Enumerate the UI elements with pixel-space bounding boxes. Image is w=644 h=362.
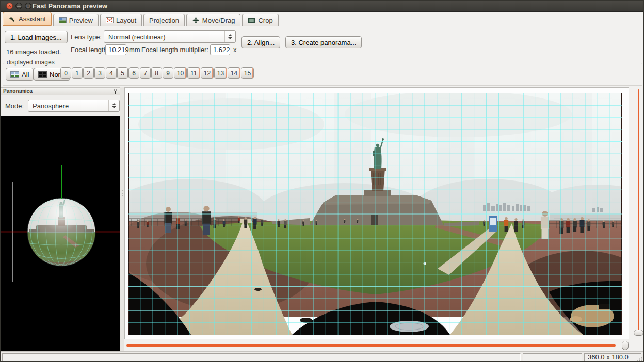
image-toggle-button[interactable]: 4 [106,67,117,79]
image-toggle-button[interactable]: 8 [151,67,162,79]
image-toggle-button[interactable]: 13 [214,67,227,79]
tab-assistant[interactable]: Assistant [3,12,52,26]
vertical-fov-slider[interactable] [631,87,644,339]
tab-label: Projection [149,17,179,24]
tab-bar: Assistant Preview Layout Projection Move… [1,12,643,26]
focal-length-unit: mm [129,46,140,54]
tab-label: Move/Drag [202,17,235,24]
displayed-images-label: displayed images [5,59,57,66]
lens-type-select[interactable]: Normal (rectilinear) [104,30,236,43]
spinner-arrows-icon [108,100,119,111]
horizontal-fov-slider[interactable] [124,340,629,351]
lens-type-value: Normal (rectilinear) [108,33,166,41]
move-drag-icon [192,17,200,24]
titlebar: ✕ — ▢ Fast Panorama preview [1,1,643,12]
focal-multiplier-unit: x [233,46,237,54]
panosphere-panel: Panoramica Mode: Panosphere [1,87,120,351]
all-images-icon [10,71,19,78]
mode-select[interactable]: Panosphere [28,100,120,112]
spinner-arrows-icon [224,31,235,42]
image-toggle-button[interactable]: 9 [163,67,173,79]
tab-move-drag[interactable]: Move/Drag [186,14,241,26]
status-bar: 360.0 x 180.0 [1,351,643,362]
panorama-canvas[interactable] [124,87,629,339]
panel-splitter[interactable] [120,87,124,351]
pin-icon[interactable] [113,89,118,95]
image-toggle-button[interactable]: 15 [241,67,254,79]
window-title: Fast Panorama preview [33,2,107,10]
align-button[interactable]: 2. Align... [242,36,280,48]
image-toggle-button[interactable]: 3 [94,67,105,79]
mode-row: Mode: Panosphere [1,95,120,116]
show-all-button[interactable]: All [6,68,34,81]
image-toggle-button[interactable]: 6 [128,67,139,79]
focal-multiplier-field[interactable]: 1.622 [210,44,230,55]
tab-preview[interactable]: Preview [53,14,99,26]
tab-label: Assistant [19,15,46,23]
tab-label: Preview [69,17,93,24]
status-message-field [2,353,521,361]
close-icon[interactable]: ✕ [6,3,13,9]
mode-value: Panosphere [33,102,69,110]
mode-label: Mode: [5,102,24,110]
horizontal-slider-track[interactable] [126,344,616,347]
minimize-icon[interactable]: — [15,3,22,9]
load-images-button[interactable]: 1. Load images... [5,31,68,43]
tab-layout[interactable]: Layout [100,14,142,26]
image-toggle-button[interactable]: 5 [117,67,128,79]
image-toggle-button[interactable]: 2 [83,67,94,79]
panorama-preview-image [128,93,622,335]
image-toggle-buttons: 0123456789101112131415 [60,67,254,79]
image-toggle-button[interactable]: 7 [140,67,151,79]
focal-length-field[interactable]: 10.219 [105,44,126,55]
maximize-icon[interactable]: ▢ [25,3,31,9]
projection-grid [128,93,622,335]
horizontal-slider-handle[interactable] [622,341,629,350]
image-toggle-button[interactable]: 1 [72,67,83,79]
images-loaded-text: 16 images loaded. [6,48,61,56]
image-toggle-button[interactable]: 12 [201,67,214,79]
assistant-wand-icon [8,15,16,23]
app-window: ✕ — ▢ Fast Panorama preview Assistant Pr… [0,0,644,362]
lens-type-label: Lens type: [71,33,102,41]
all-button-label: All [22,71,29,78]
focal-multiplier-label: Focal length multiplier: [141,46,208,54]
vertical-slider-handle[interactable] [634,330,643,336]
panel-title: Panoramica [3,88,33,94]
image-toggle-button[interactable]: 10 [174,67,187,79]
layout-icon [106,17,114,24]
panosphere-view[interactable] [1,116,120,351]
crop-icon [248,17,255,24]
create-panorama-button[interactable]: 3. Create panorama... [285,36,362,48]
no-images-icon [38,71,47,78]
tab-label: Layout [116,17,136,24]
image-toggle-button[interactable]: 11 [187,67,200,79]
image-toggle-button[interactable]: 0 [60,67,71,79]
tab-projection[interactable]: Projection [143,14,185,26]
status-secondary-field [523,353,582,361]
image-toggle-button[interactable]: 14 [228,67,240,79]
focal-length-label: Focal length: [71,46,109,54]
tab-crop[interactable]: Crop [242,14,278,26]
vertical-slider-track[interactable] [638,89,639,336]
tab-label: Crop [258,17,272,24]
resize-grip[interactable] [637,356,642,361]
panel-header[interactable]: Panoramica [1,88,120,95]
preview-icon [59,17,67,24]
canvas-size-field: 360.0 x 180.0 [584,353,641,361]
